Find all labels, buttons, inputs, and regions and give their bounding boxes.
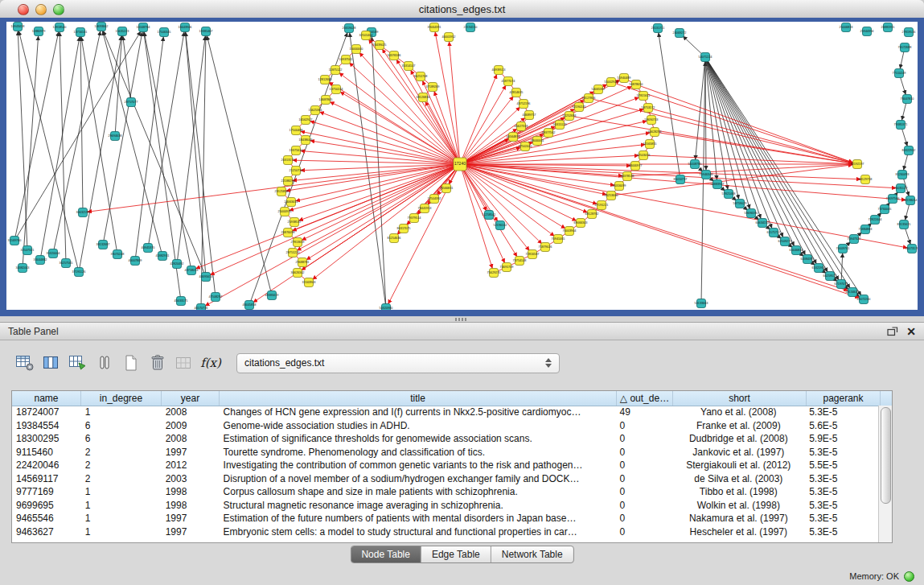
table-row[interactable]: 1456911722003Disruption of a novel membe… xyxy=(12,472,879,486)
network-node[interactable]: 78447810 xyxy=(901,95,914,104)
network-node[interactable]: 40007809 xyxy=(129,257,142,266)
panel-splitter[interactable] xyxy=(0,316,924,322)
network-node[interactable]: 63446834 xyxy=(790,246,803,255)
window-titlebar[interactable]: citations_edges.txt xyxy=(0,0,924,19)
network-node[interactable]: 67191221 xyxy=(595,201,609,210)
table-selector-dropdown[interactable]: citations_edges.txt xyxy=(236,353,560,373)
network-node[interactable]: 44695614 xyxy=(199,273,213,282)
network-node[interactable]: 14687805 xyxy=(319,96,333,105)
network-node[interactable]: 25938537 xyxy=(288,218,302,227)
table-row[interactable]: 1872400712008Changes of HCN gene express… xyxy=(12,406,879,419)
network-node[interactable]: 23125854 xyxy=(275,187,289,196)
network-node[interactable]: 36257565 xyxy=(60,259,73,268)
network-node[interactable]: 79385371 xyxy=(894,121,908,130)
network-node[interactable]: 39070248 xyxy=(111,250,125,259)
network-node[interactable]: 61565855 xyxy=(643,140,657,149)
network-node[interactable]: 40945370 xyxy=(142,244,155,253)
edit-table-icon[interactable] xyxy=(66,351,90,375)
table-row[interactable]: 911546021997Tourette syndrome. Phenomeno… xyxy=(12,446,879,459)
network-node[interactable]: 59696590 xyxy=(745,209,758,218)
network-node[interactable]: 60628294 xyxy=(648,128,662,137)
network-node[interactable]: 19381467 xyxy=(199,27,213,36)
row-options-icon[interactable] xyxy=(92,351,117,375)
network-node[interactable]: 37195126 xyxy=(72,268,86,277)
network-node[interactable]: 17506345 xyxy=(158,28,171,37)
column-header-in_degree[interactable]: in_degree xyxy=(81,391,162,406)
column-header-year[interactable]: year xyxy=(162,391,220,406)
network-node[interactable]: 47508297 xyxy=(209,293,223,302)
network-node[interactable]: 72816587 xyxy=(526,250,540,259)
network-node[interactable]: 25006833 xyxy=(840,23,853,32)
network-node[interactable]: 15625366 xyxy=(309,106,322,115)
network-node[interactable]: 56878050 xyxy=(630,80,643,89)
network-node[interactable]: 37189269 xyxy=(426,83,440,92)
network-node[interactable]: 32507321 xyxy=(21,246,35,255)
network-node[interactable]: 58753172 xyxy=(642,104,655,113)
network-node[interactable]: 59690733 xyxy=(645,116,659,125)
network-node[interactable]: 65316099 xyxy=(613,182,626,191)
network-node[interactable]: 24069272 xyxy=(673,29,687,38)
column-header-pagerank[interactable]: pagerank xyxy=(807,391,881,406)
network-node[interactable]: 41882931 xyxy=(156,252,170,261)
network-node[interactable]: 26876098 xyxy=(281,229,295,237)
tab-edge-table[interactable]: Edge Table xyxy=(421,546,491,562)
column-header-title[interactable]: title xyxy=(220,391,617,406)
network-node[interactable]: 29694638 xyxy=(109,132,122,141)
column-header-short[interactable]: short xyxy=(673,391,807,406)
network-node[interactable]: 12818540 xyxy=(53,23,67,32)
network-node[interactable]: 11880979 xyxy=(32,27,46,36)
network-node[interactable]: 83135615 xyxy=(897,220,911,229)
network-node[interactable]: 61571712 xyxy=(767,229,781,237)
table-row[interactable]: 977716911998Corpus callosum shape and si… xyxy=(12,485,879,499)
network-node[interactable]: 57821468 xyxy=(722,190,736,199)
network-node[interactable]: 68128782 xyxy=(585,210,599,219)
table-row[interactable]: 969969511998Structural magnetic resonanc… xyxy=(12,499,879,513)
scrollbar-thumb[interactable] xyxy=(881,407,891,504)
network-node[interactable]: 49383419 xyxy=(265,291,279,300)
network-node[interactable]: 81254636 xyxy=(388,234,401,243)
network-node[interactable]: 53127806 xyxy=(582,94,596,103)
network-node[interactable]: 76572688 xyxy=(898,43,912,52)
import-table-icon[interactable] xyxy=(172,351,196,375)
network-node[interactable]: 30632199 xyxy=(76,208,90,217)
network-node[interactable]: 17500488 xyxy=(290,126,303,135)
table-scrollbar[interactable] xyxy=(878,406,892,542)
network-node[interactable]: 22194150 xyxy=(464,23,478,32)
network-node[interactable]: 13756101 xyxy=(74,28,88,37)
network-node[interactable]: 57815611 xyxy=(637,92,651,101)
delete-icon[interactable] xyxy=(146,351,170,375)
network-node[interactable]: 10937561 xyxy=(339,56,353,64)
table-row[interactable]: 1938455462009Genome-wide association stu… xyxy=(12,419,879,433)
network-node[interactable]: 84073176 xyxy=(906,245,918,253)
network-node[interactable]: 45633175 xyxy=(175,297,188,306)
network-node[interactable]: 82198054 xyxy=(904,196,918,205)
network-node[interactable]: 43752196 xyxy=(517,100,531,109)
network-node[interactable]: 10943418 xyxy=(11,23,25,31)
network-node[interactable]: 75629270 xyxy=(487,269,501,278)
tab-node-table[interactable]: Node Table xyxy=(351,546,421,562)
table-row[interactable]: 946362711997Embryonic stem cells: a mode… xyxy=(12,525,879,539)
network-node[interactable]: 62509273 xyxy=(778,237,792,246)
table-row[interactable]: 2242004622012Investigating the contribut… xyxy=(12,459,879,472)
zoom-button[interactable] xyxy=(53,4,64,15)
network-node[interactable]: 70009761 xyxy=(836,245,850,253)
network-node[interactable]: 14693662 xyxy=(95,23,109,31)
network-node[interactable]: 71884883 xyxy=(859,225,873,234)
table-settings-icon[interactable] xyxy=(13,351,37,375)
network-node[interactable]: 40001952 xyxy=(442,33,456,42)
network-node[interactable]: 18443906 xyxy=(179,23,192,32)
network-node[interactable]: 41877074 xyxy=(502,77,515,86)
network-node[interactable]: 16568784 xyxy=(137,23,150,32)
network-node[interactable]: 17240 xyxy=(454,158,466,171)
network-node[interactable]: 43758053 xyxy=(185,266,199,275)
network-node[interactable]: 34382443 xyxy=(16,264,30,273)
network-node[interactable]: 35320004 xyxy=(47,249,60,258)
network-canvas[interactable]: 1094341811880979128185401375610114693662… xyxy=(6,22,918,310)
close-panel-icon[interactable]: ✕ xyxy=(906,326,916,337)
function-builder-icon[interactable]: f(x) xyxy=(199,351,223,375)
network-node[interactable]: 80317075 xyxy=(397,225,411,233)
network-node[interactable]: 26881955 xyxy=(881,23,895,32)
network-node[interactable]: 33444882 xyxy=(34,256,47,265)
network-node[interactable]: 80322932 xyxy=(902,146,916,155)
network-node[interactable]: 38132687 xyxy=(97,241,110,249)
